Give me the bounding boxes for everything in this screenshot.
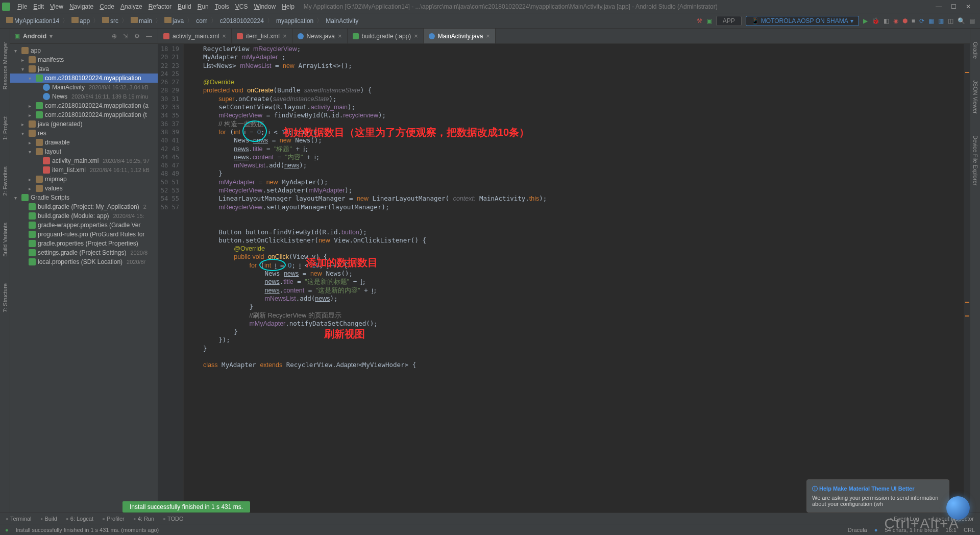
vtab-resource-manager[interactable]: Resource Manager bbox=[1, 39, 9, 93]
notification-popup[interactable]: ⓘ Help Make Material Theme UI Better We … bbox=[806, 479, 949, 513]
vtab-json-viewer[interactable]: JSON Viewer bbox=[971, 77, 979, 117]
minimize-icon[interactable]: — bbox=[936, 3, 942, 10]
menu-view[interactable]: View bbox=[47, 3, 66, 10]
crumb-java[interactable]: java bbox=[163, 17, 185, 25]
crumb-c201801020224[interactable]: c201801020224 bbox=[219, 17, 265, 25]
tree-item[interactable]: ▸com.c201801020224.myapplication (t bbox=[10, 110, 158, 119]
vtab-gradle[interactable]: Gradle bbox=[971, 39, 979, 62]
vtab-build-variants[interactable]: Build Variants bbox=[1, 220, 9, 260]
search-icon[interactable]: 🔍 bbox=[958, 17, 965, 25]
crumb-MainActivity[interactable]: MainActivity bbox=[325, 17, 359, 25]
menu-navigate[interactable]: Navigate bbox=[66, 3, 96, 10]
btool-profiler[interactable]: ▫ Profiler bbox=[103, 516, 125, 522]
status-encoding[interactable]: CRL bbox=[964, 527, 975, 533]
tree-item[interactable]: local.properties (SDK Location)2020/8/ bbox=[10, 257, 158, 266]
btool-6-logcat[interactable]: ▫ 6: Logcat bbox=[66, 516, 93, 522]
close-icon[interactable]: × bbox=[486, 32, 490, 40]
target-icon[interactable]: ⊕ bbox=[110, 33, 118, 40]
crumb-src[interactable]: src bbox=[101, 17, 119, 25]
tree-item[interactable]: build.gradle (Module: app)2020/8/4 15: bbox=[10, 211, 158, 221]
code-editor[interactable]: 18 19 20 21 22 23 24 25 26 27 28 29 30 3… bbox=[158, 44, 970, 513]
close-icon[interactable]: ✕ bbox=[966, 3, 971, 10]
project-tree[interactable]: ▾app▸manifests▾java▾com.c201801020224.my… bbox=[10, 44, 158, 513]
avd-icon[interactable]: ▦ bbox=[928, 17, 934, 25]
crumb-MyApplication14[interactable]: MyApplication14 bbox=[5, 17, 60, 25]
btool-todo[interactable]: ▫ TODO bbox=[163, 516, 183, 522]
hide-icon[interactable]: — bbox=[144, 33, 154, 40]
tree-item[interactable]: proguard-rules.pro (ProGuard Rules for bbox=[10, 230, 158, 239]
tab-activity_main-xml[interactable]: activity_main.xml× bbox=[158, 29, 232, 43]
menu-build[interactable]: Build bbox=[175, 3, 194, 10]
menu-run[interactable]: Run bbox=[194, 3, 212, 10]
tab-news-java[interactable]: News.java× bbox=[292, 29, 348, 43]
tree-item[interactable]: ▾java bbox=[10, 64, 158, 74]
menu-file[interactable]: File bbox=[14, 3, 30, 10]
menu-code[interactable]: Code bbox=[96, 3, 117, 10]
crumb-myapplication[interactable]: myapplication bbox=[275, 17, 314, 25]
tree-item[interactable]: News2020/8/4 16:11, 139 B 19 minu bbox=[10, 92, 158, 101]
tab-mainactivity-java[interactable]: MainActivity.java× bbox=[424, 29, 496, 43]
menu-vcs[interactable]: VCS bbox=[232, 3, 251, 10]
menu-analyze[interactable]: Analyze bbox=[117, 3, 145, 10]
tree-item[interactable]: ▸manifests bbox=[10, 55, 158, 64]
tree-item[interactable]: ▾Gradle Scripts bbox=[10, 193, 158, 202]
maximize-icon[interactable]: ☐ bbox=[951, 3, 957, 10]
tab-build-gradle-app-[interactable]: build.gradle (:app)× bbox=[348, 29, 424, 43]
hammer-icon[interactable]: ⚒ bbox=[697, 17, 702, 25]
menu-edit[interactable]: Edit bbox=[30, 3, 47, 10]
crumb-app[interactable]: app bbox=[70, 17, 91, 25]
vtab-1-project[interactable]: 1: Project bbox=[1, 113, 9, 143]
vtab-device-file-explorer[interactable]: Device File Explorer bbox=[971, 132, 979, 188]
btool-build[interactable]: ▫ Build bbox=[40, 516, 57, 522]
tree-item[interactable]: gradle-wrapper.properties (Gradle Ver bbox=[10, 221, 158, 230]
menu-help[interactable]: Help bbox=[279, 3, 298, 10]
btool-4-run[interactable]: ▫ 4: Run bbox=[134, 516, 154, 522]
crumb-main[interactable]: main bbox=[130, 17, 153, 25]
device-select[interactable]: 📱 MOTOROLA AOSP ON SHAMA ▾ bbox=[746, 16, 859, 26]
android-icon[interactable]: ▣ bbox=[706, 17, 712, 25]
coverage-icon[interactable]: ◉ bbox=[893, 17, 898, 25]
attach-icon[interactable]: ⬢ bbox=[902, 17, 908, 25]
tree-item[interactable]: settings.gradle (Project Settings)2020/8 bbox=[10, 248, 158, 257]
tree-item[interactable]: ▸values bbox=[10, 184, 158, 193]
run-icon[interactable]: ▶ bbox=[863, 17, 868, 25]
layout-icon[interactable]: ◫ bbox=[948, 17, 953, 25]
vtab-2-favorites[interactable]: 2: Favorites bbox=[1, 163, 9, 199]
code-content[interactable]: RecyclerView mRecyclerView; MyAdapter mM… bbox=[184, 44, 964, 513]
tree-item[interactable]: ▸drawable bbox=[10, 138, 158, 147]
tree-item[interactable]: gradle.properties (Project Properties) bbox=[10, 239, 158, 248]
status-theme[interactable]: Dracula bbox=[848, 527, 867, 533]
sidebar-title[interactable]: Android bbox=[23, 33, 46, 40]
sdk-icon[interactable]: ▥ bbox=[938, 17, 944, 25]
tree-item[interactable]: build.gradle (Project: My_Application)2 bbox=[10, 202, 158, 211]
chevron-down-icon[interactable]: ▾ bbox=[50, 33, 53, 40]
settings-icon[interactable]: ▤ bbox=[969, 17, 975, 25]
stop-icon[interactable]: ■ bbox=[912, 17, 915, 25]
tree-item[interactable]: MainActivity2020/8/4 16:32, 3.04 kB bbox=[10, 83, 158, 92]
close-icon[interactable]: × bbox=[338, 32, 342, 40]
close-icon[interactable]: × bbox=[283, 32, 287, 40]
tree-item[interactable]: ▾com.c201801020224.myapplication bbox=[10, 74, 158, 83]
crumb-com[interactable]: com bbox=[195, 17, 209, 25]
vtab-7-structure[interactable]: 7: Structure bbox=[1, 280, 9, 315]
tree-item[interactable]: item_list.xml2020/8/4 16:11, 1.12 kB bbox=[10, 165, 158, 175]
settings-icon[interactable]: ⚙ bbox=[133, 33, 141, 40]
close-icon[interactable]: × bbox=[222, 32, 226, 40]
collapse-icon[interactable]: ⇲ bbox=[121, 33, 130, 40]
profile-icon[interactable]: ◧ bbox=[884, 17, 889, 25]
menu-window[interactable]: Window bbox=[251, 3, 279, 10]
run-config-select[interactable]: APP bbox=[716, 16, 742, 26]
tree-item[interactable]: ▸java (generated) bbox=[10, 119, 158, 129]
tree-item[interactable]: ▾app bbox=[10, 46, 158, 55]
tree-item[interactable]: ▾res bbox=[10, 129, 158, 138]
close-icon[interactable]: × bbox=[414, 32, 418, 40]
menu-refactor[interactable]: Refactor bbox=[145, 3, 175, 10]
sync-icon[interactable]: ⟳ bbox=[919, 17, 924, 25]
tab-item_list-xml[interactable]: item_list.xml× bbox=[232, 29, 292, 43]
tree-item[interactable]: ▸mipmap bbox=[10, 175, 158, 184]
btool-terminal[interactable]: ▫ Terminal bbox=[6, 516, 31, 522]
tree-item[interactable]: activity_main.xml2020/8/4 16:25, 97 bbox=[10, 156, 158, 165]
tree-item[interactable]: ▾layout bbox=[10, 147, 158, 156]
debug-icon[interactable]: 🐞 bbox=[872, 17, 879, 25]
menu-tools[interactable]: Tools bbox=[212, 3, 232, 10]
